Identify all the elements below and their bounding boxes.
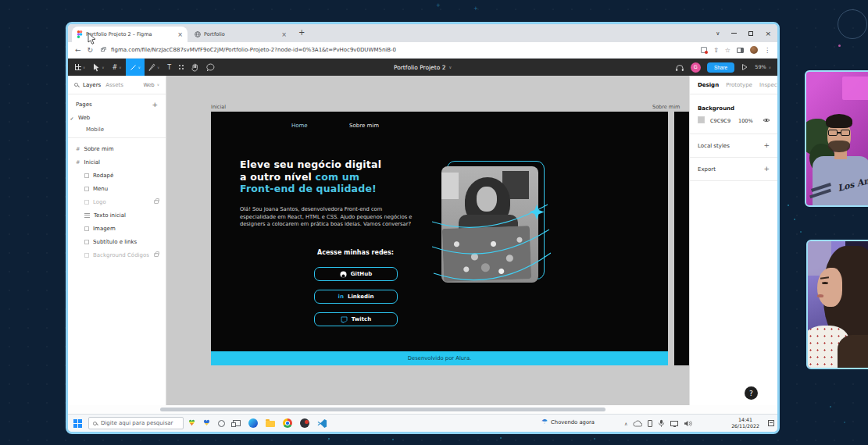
browser-profile-avatar[interactable] — [750, 46, 758, 54]
audio-headphones-icon[interactable] — [675, 63, 684, 72]
tab-assets[interactable]: Assets — [105, 82, 123, 88]
twitch-button[interactable]: Twitch — [314, 312, 398, 326]
display-icon[interactable] — [670, 421, 678, 426]
vscode-icon[interactable] — [317, 418, 327, 429]
hero-decor-arcs — [432, 164, 551, 287]
figma-file-title[interactable]: Portfolio Projeto 2 ∨ — [394, 59, 452, 76]
https-lock-icon[interactable] — [101, 48, 105, 52]
tab-layers[interactable]: Layers — [83, 82, 101, 88]
back-icon[interactable]: ← — [75, 46, 81, 54]
tab-design[interactable]: Design — [698, 82, 719, 88]
comment-tool[interactable] — [202, 59, 219, 76]
install-app-icon[interactable] — [701, 47, 707, 53]
side-panel-icon[interactable] — [737, 48, 744, 53]
new-tab-button[interactable]: + — [298, 28, 305, 37]
layer-row-background-codigos[interactable]: Background Códigos — [68, 249, 166, 261]
linkedin-icon: in — [338, 294, 344, 300]
help-button[interactable]: ? — [745, 386, 758, 400]
layer-row-imagem[interactable]: Imagem — [68, 222, 166, 234]
frame-label-sobre-mim[interactable]: Sobre mim — [652, 104, 680, 110]
hand-tool[interactable] — [187, 59, 202, 76]
chrome-icon[interactable] — [283, 418, 292, 428]
layer-row-texto-inicial[interactable]: Texto inicial — [68, 209, 166, 221]
background-color-swatch[interactable] — [698, 116, 705, 123]
layer-row-inicial[interactable]: # Inicial — [68, 156, 166, 168]
zoom-level[interactable]: 59% ∨ — [755, 64, 771, 70]
your-phone-icon[interactable] — [648, 420, 652, 427]
design-nav-home[interactable]: Home — [291, 123, 308, 129]
share-button[interactable]: Share — [707, 62, 734, 73]
sparkle-icon — [529, 205, 544, 219]
taskbar-search[interactable]: Digite aqui para pesquisar — [88, 417, 184, 429]
heart-blue-yellow-icon[interactable]: ♥ — [203, 419, 210, 427]
design-frame-sobre-mim[interactable] — [674, 112, 689, 365]
background-opacity-value[interactable]: 100% — [738, 118, 753, 124]
browser-tab-portfolio[interactable]: Portfolio × — [190, 27, 291, 42]
tab-close-icon[interactable]: × — [177, 31, 183, 38]
figma-main-menu[interactable]: ∨ — [71, 59, 89, 76]
add-page-button[interactable]: + — [152, 101, 158, 109]
action-center-icon[interactable] — [768, 420, 774, 426]
page-selector[interactable]: Web ∨ — [144, 82, 159, 88]
tab-search-icon[interactable]: ∨ — [716, 30, 720, 37]
canvas-scrollbar[interactable] — [68, 405, 777, 414]
frame-tool[interactable]: # ∨ — [109, 59, 126, 76]
layer-row-logo[interactable]: Logo — [68, 196, 166, 208]
page-item-web[interactable]: ✓ Web — [68, 112, 166, 123]
tray-expand-icon[interactable]: ∧ — [624, 421, 627, 426]
background-hex-value[interactable]: C9C9C9 — [710, 118, 730, 124]
figma-canvas[interactable]: Inicial Sobre mim Home Sobre mim Eleve s… — [166, 76, 689, 405]
task-view-icon[interactable] — [233, 420, 241, 426]
share-page-icon[interactable]: ⇧ — [713, 47, 719, 54]
scrollbar-thumb[interactable] — [160, 408, 605, 411]
heart-rainbow-icon[interactable]: ♥ — [188, 419, 195, 427]
present-play-icon[interactable] — [741, 63, 748, 71]
close-button[interactable]: × — [765, 30, 771, 37]
microphone-icon[interactable] — [658, 419, 665, 428]
taskbar-clock[interactable]: 14:41 26/11/2022 — [726, 417, 765, 429]
layer-row-subtitulo-links[interactable]: Subtítulo e links — [68, 236, 166, 247]
frame-label-inicial[interactable]: Inicial — [211, 104, 226, 110]
speaker-icon[interactable] — [684, 420, 692, 427]
windows-start-button[interactable] — [73, 419, 82, 428]
comment-icon — [206, 63, 215, 72]
move-tool[interactable]: ∨ — [89, 59, 108, 76]
design-frame-inicial[interactable]: Home Sobre mim Eleve seu negócio digital… — [211, 112, 668, 365]
minimize-button[interactable] — [731, 33, 737, 34]
maximize-button[interactable] — [748, 31, 753, 36]
resources-tool[interactable] — [175, 59, 187, 76]
figma-right-panel: Design Prototype Inspect Background C9C9… — [689, 76, 777, 405]
tab-close-icon[interactable]: × — [281, 31, 287, 38]
pen-icon — [148, 63, 155, 71]
layer-row-sobre-mim[interactable]: # Sobre mim — [68, 143, 166, 155]
tab-inspect[interactable]: Inspect — [759, 82, 780, 88]
twitch-icon — [341, 316, 348, 323]
github-button[interactable]: GitHub — [314, 267, 398, 281]
add-export-button[interactable]: + — [763, 165, 770, 173]
layer-row-rodape[interactable]: Rodapé — [68, 169, 166, 181]
browser-menu-icon[interactable]: ⋮ — [764, 47, 770, 54]
lock-icon[interactable] — [154, 253, 159, 257]
user-avatar[interactable]: G — [691, 62, 701, 73]
edge-icon[interactable] — [248, 418, 258, 428]
cortana-icon[interactable] — [218, 420, 225, 427]
text-tool[interactable]: T — [163, 59, 175, 76]
lock-icon[interactable] — [154, 200, 159, 204]
shape-tool-selected[interactable]: ∨ — [126, 59, 145, 76]
pen-tool[interactable]: ∨ — [145, 59, 163, 76]
layer-row-menu[interactable]: Menu — [68, 183, 166, 194]
add-local-style-button[interactable]: + — [763, 141, 770, 149]
design-nav-sobre-mim[interactable]: Sobre mim — [349, 123, 379, 129]
linkedin-button[interactable]: in Linkedin — [314, 290, 398, 304]
file-explorer-icon[interactable] — [266, 421, 275, 427]
page-item-mobile[interactable]: Mobile — [68, 124, 166, 135]
onedrive-cloud-icon[interactable] — [633, 420, 642, 427]
eye-visibility-icon[interactable] — [763, 117, 770, 123]
bookmark-star-icon[interactable]: ☆ — [725, 47, 730, 54]
tab-prototype[interactable]: Prototype — [726, 82, 752, 88]
app-icon-dark-red[interactable] — [300, 418, 309, 428]
url-text[interactable]: figma.com/file/NrzJacC887svMVfF9oC2jM/Po… — [111, 47, 695, 53]
reload-icon[interactable]: ↻ — [88, 46, 94, 54]
taskbar-weather[interactable]: ☂ Chovendo agora — [541, 418, 595, 426]
search-icon[interactable] — [74, 83, 78, 87]
